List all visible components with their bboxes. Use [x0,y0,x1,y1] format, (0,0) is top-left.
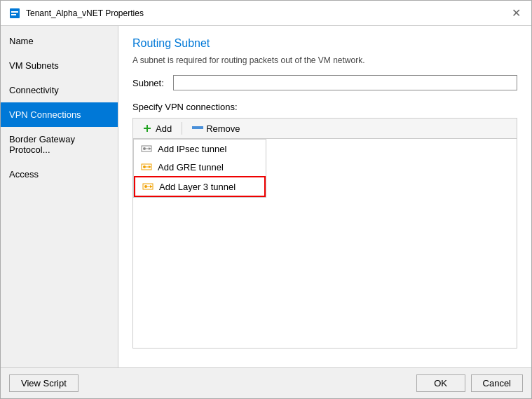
footer: View Script OK Cancel [1,367,531,398]
vpn-list-container: Add IPsec tunnel Add GRE tunnel [132,138,517,349]
svg-marker-16 [150,185,153,188]
section-desc: A subnet is required for routing packets… [132,55,517,65]
close-button[interactable]: ✕ [509,6,523,20]
sidebar-item-border-gateway[interactable]: Border Gateway Protocol... [1,127,118,162]
add-button[interactable]: Add [137,121,176,135]
add-layer3-item[interactable]: Add Layer 3 tunnel [134,176,266,197]
main-content: Routing Subnet A subnet is required for … [118,26,531,367]
gre-icon [141,161,152,173]
add-icon [142,123,153,134]
svg-marker-12 [149,165,151,168]
dialog-body: Name VM Subnets Connectivity VPN Connect… [1,26,531,367]
add-gre-item[interactable]: Add GRE tunnel [134,158,266,176]
remove-button[interactable]: Remove [188,122,244,135]
svg-rect-2 [11,14,16,15]
ok-button[interactable]: OK [416,374,465,392]
sidebar-item-vpn-connections[interactable]: VPN Connections [1,102,118,127]
specify-vpn-label: Specify VPN connections: [132,102,517,112]
title-text: Tenant_Alpha_vNET Properties [26,8,144,18]
sidebar-item-connectivity[interactable]: Connectivity [1,78,118,102]
add-ipsec-item[interactable]: Add IPsec tunnel [134,140,266,158]
layer3-icon [142,181,154,192]
svg-point-10 [143,165,146,168]
title-bar-left: Tenant_Alpha_vNET Properties [9,8,144,19]
svg-rect-4 [146,125,148,132]
title-bar: Tenant_Alpha_vNET Properties ✕ [1,1,531,26]
subnet-input[interactable] [173,75,517,90]
sidebar-item-name[interactable]: Name [1,29,118,53]
ipsec-icon [141,143,152,154]
svg-marker-8 [149,147,151,150]
cancel-button[interactable]: Cancel [471,374,523,392]
svg-point-14 [144,185,147,188]
subnet-label: Subnet: [132,78,168,88]
footer-left: View Script [9,374,79,392]
svg-point-6 [143,147,146,150]
svg-rect-0 [10,8,20,18]
dropdown-menu: Add IPsec tunnel Add GRE tunnel [133,139,266,198]
sidebar-item-access[interactable]: Access [1,162,118,187]
dialog-window: Tenant_Alpha_vNET Properties ✕ Name VM S… [0,0,532,399]
vpn-toolbar: Add Remove [132,118,517,138]
footer-right: OK Cancel [416,374,523,392]
sidebar: Name VM Subnets Connectivity VPN Connect… [1,26,118,367]
section-title: Routing Subnet [132,37,517,50]
dialog-icon [9,8,20,19]
sidebar-item-vm-subnets[interactable]: VM Subnets [1,53,118,78]
svg-rect-1 [11,11,18,13]
view-script-button[interactable]: View Script [9,374,79,392]
remove-icon [192,126,203,129]
subnet-row: Subnet: [132,75,517,90]
toolbar-separator [182,122,182,135]
